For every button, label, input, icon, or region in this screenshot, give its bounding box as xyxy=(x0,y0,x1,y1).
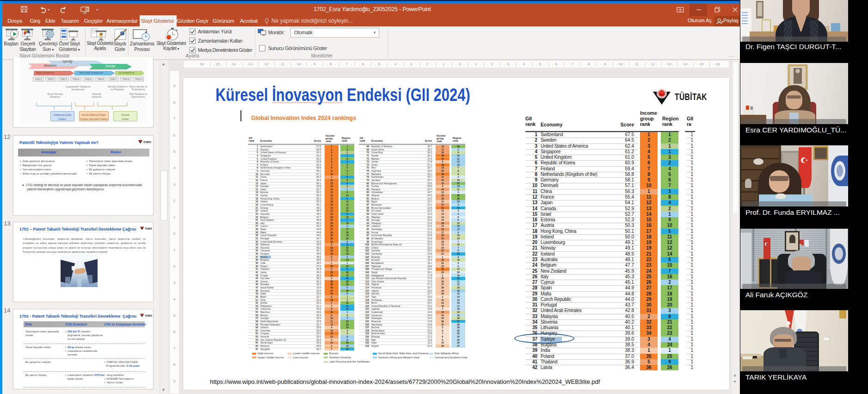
svg-text:TÜBİTAK: TÜBİTAK xyxy=(675,92,707,102)
svg-text:TÜBİTAK: TÜBİTAK xyxy=(145,227,152,230)
svg-text:TÜBİTAK: TÜBİTAK xyxy=(145,314,152,317)
svg-text:TÜBİTAK: TÜBİTAK xyxy=(143,141,151,144)
